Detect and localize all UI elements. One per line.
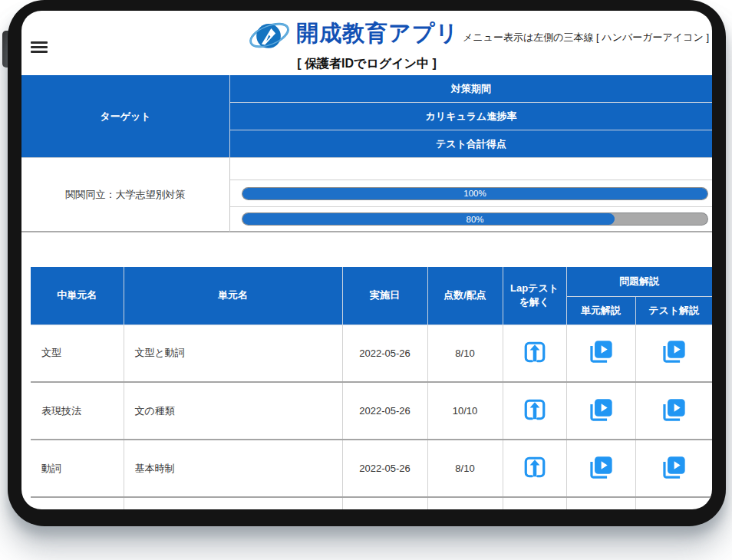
menu-hint-text: メニュー表示は左側の三本線 [ ハンバーガーアイコン ]: [463, 31, 709, 44]
unit-commentary-header: 単元解説: [566, 296, 635, 324]
lap-test-cell: [503, 440, 566, 497]
date-header: 実施日: [342, 267, 427, 324]
mid-unit-cell: 表現技法: [31, 382, 124, 440]
upload-box-icon: [522, 455, 548, 479]
score-cell: 8/10: [427, 324, 503, 382]
lap-test-button[interactable]: [522, 340, 548, 364]
unit-name-cell: 基本時制: [124, 440, 342, 497]
test-commentary-header: テスト解説: [635, 296, 712, 324]
mid-unit-header: 中単元名: [31, 267, 124, 324]
unit-name-cell: [124, 497, 342, 509]
unit-commentary-cell: [566, 497, 635, 509]
video-library-icon: [587, 454, 615, 481]
target-summary-table: ターゲット 対策期間 カリキュラム進捗率 テスト合計得点 関関同立：大学志望別対…: [21, 75, 712, 232]
date-cell: 2022-05-26: [342, 324, 427, 382]
unit-commentary-button[interactable]: [587, 338, 615, 365]
test-score-progress-bar: 80%: [242, 212, 708, 226]
video-library-icon: [587, 397, 615, 423]
unit-name-header: 単元名: [124, 267, 342, 324]
lap-test-button[interactable]: [522, 397, 548, 422]
video-library-icon: [660, 454, 688, 481]
unit-commentary-button[interactable]: [587, 454, 615, 481]
lap-test-cell: [503, 324, 566, 382]
test-commentary-cell: [635, 324, 712, 382]
progress-label: 100%: [242, 188, 707, 199]
test-commentary-button[interactable]: [660, 338, 688, 365]
table-row: 文型文型と動詞2022-05-268/10: [31, 324, 712, 382]
hamburger-menu-icon[interactable]: [31, 41, 49, 55]
test-commentary-button[interactable]: [660, 454, 688, 481]
curriculum-progress-bar: 100%: [242, 187, 708, 200]
upload-box-icon: [522, 340, 548, 364]
target-name-cell: 関関同立：大学志望別対策: [21, 157, 230, 232]
test-total-score-row-header: テスト合計得点: [230, 130, 712, 157]
mid-unit-cell: [31, 497, 124, 509]
lap-test-button[interactable]: [522, 455, 548, 479]
video-library-icon: [660, 397, 688, 423]
page-background: 開成教育アプリ メニュー表示は左側の三本線 [ ハンバーガーアイコン ] [ 保…: [0, 0, 732, 560]
score-header: 点数/配点: [427, 267, 503, 324]
hamburger-bar: [31, 41, 48, 44]
date-cell: 2022-05-26: [342, 382, 427, 440]
score-cell: 10/10: [427, 382, 503, 440]
date-cell: [342, 497, 427, 509]
period-row-header: 対策期間: [230, 75, 712, 103]
units-results-table: 中単元名 単元名 実施日 点数/配点 Lapテスト を解く 問題解説 単元解説 …: [31, 267, 712, 509]
lap-test-header-line1: Lapテスト: [510, 282, 559, 294]
app-logo-globe-pen-icon: [247, 17, 292, 57]
lap-test-cell: [503, 382, 566, 440]
mid-unit-cell: 動詞: [31, 440, 124, 497]
score-cell: 8/10: [427, 440, 503, 497]
progress-label: 80%: [242, 213, 707, 225]
period-value-cell: [230, 157, 712, 180]
table-row: [31, 497, 712, 509]
tablet-frame: 開成教育アプリ メニュー表示は左側の三本線 [ ハンバーガーアイコン ] [ 保…: [8, 0, 726, 526]
hamburger-bar: [31, 46, 48, 48]
lap-test-cell: [503, 497, 566, 509]
video-library-icon: [587, 338, 615, 365]
date-cell: 2022-05-26: [342, 440, 427, 497]
unit-name-cell: 文型と動詞: [124, 324, 342, 382]
table-row: 動詞基本時制2022-05-268/10: [31, 440, 712, 497]
test-score-progress-cell: 80%: [230, 207, 712, 232]
curriculum-progress-cell: 100%: [230, 180, 712, 207]
target-column-header: ターゲット: [21, 75, 230, 157]
unit-commentary-button[interactable]: [587, 397, 615, 423]
test-commentary-cell: [635, 382, 712, 440]
test-commentary-cell: [635, 440, 712, 497]
hamburger-bar: [31, 51, 48, 53]
lap-test-header-line2: を解く: [519, 296, 550, 308]
curriculum-progress-row-header: カリキュラム進捗率: [230, 103, 712, 130]
lap-test-header: Lapテスト を解く: [503, 267, 566, 324]
app-title: 開成教育アプリ: [296, 18, 459, 49]
unit-name-cell: 文の種類: [124, 382, 342, 440]
mid-unit-cell: 文型: [31, 324, 124, 382]
unit-commentary-cell: [566, 440, 635, 497]
units-table-body: 文型文型と動詞2022-05-268/10 表現技法文の種類2022-05-26…: [31, 324, 712, 509]
app-screen: 開成教育アプリ メニュー表示は左側の三本線 [ ハンバーガーアイコン ] [ 保…: [21, 11, 712, 509]
score-cell: [427, 497, 503, 509]
unit-commentary-cell: [566, 382, 635, 440]
login-status-text: [ 保護者IDでログイン中 ]: [21, 56, 712, 72]
test-commentary-button[interactable]: [660, 397, 688, 423]
table-row: 表現技法文の種類2022-05-2610/10: [31, 382, 712, 440]
commentary-group-header: 問題解説: [566, 267, 712, 296]
test-commentary-cell: [635, 497, 712, 509]
unit-commentary-cell: [566, 324, 635, 382]
upload-box-icon: [522, 397, 548, 422]
video-library-icon: [660, 338, 688, 365]
